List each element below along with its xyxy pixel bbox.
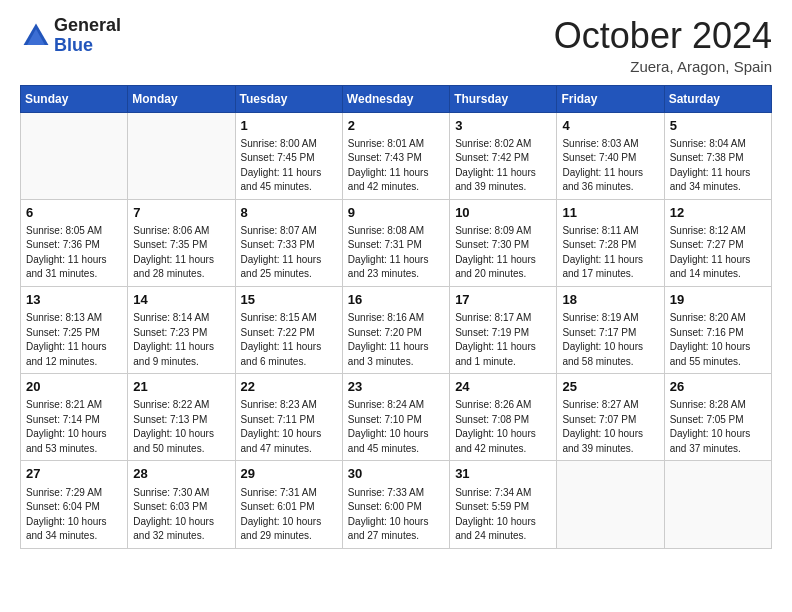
day-cell: 9Sunrise: 8:08 AMSunset: 7:31 PMDaylight… (342, 199, 449, 286)
page: General Blue October 2024 Zuera, Aragon,… (0, 0, 792, 612)
header-wednesday: Wednesday (342, 85, 449, 112)
day-info: Sunrise: 8:09 AMSunset: 7:30 PMDaylight:… (455, 224, 551, 282)
week-row-3: 13Sunrise: 8:13 AMSunset: 7:25 PMDayligh… (21, 286, 772, 373)
day-cell: 3Sunrise: 8:02 AMSunset: 7:42 PMDaylight… (450, 112, 557, 199)
day-cell: 29Sunrise: 7:31 AMSunset: 6:01 PMDayligh… (235, 461, 342, 548)
day-number: 1 (241, 117, 337, 135)
day-cell: 1Sunrise: 8:00 AMSunset: 7:45 PMDaylight… (235, 112, 342, 199)
day-cell: 14Sunrise: 8:14 AMSunset: 7:23 PMDayligh… (128, 286, 235, 373)
day-cell: 26Sunrise: 8:28 AMSunset: 7:05 PMDayligh… (664, 374, 771, 461)
day-cell (128, 112, 235, 199)
logo-text: General Blue (54, 16, 121, 56)
day-info: Sunrise: 8:07 AMSunset: 7:33 PMDaylight:… (241, 224, 337, 282)
day-info: Sunrise: 8:15 AMSunset: 7:22 PMDaylight:… (241, 311, 337, 369)
day-cell: 16Sunrise: 8:16 AMSunset: 7:20 PMDayligh… (342, 286, 449, 373)
day-number: 22 (241, 378, 337, 396)
day-info: Sunrise: 8:03 AMSunset: 7:40 PMDaylight:… (562, 137, 658, 195)
day-info: Sunrise: 7:30 AMSunset: 6:03 PMDaylight:… (133, 486, 229, 544)
day-number: 20 (26, 378, 122, 396)
day-cell: 22Sunrise: 8:23 AMSunset: 7:11 PMDayligh… (235, 374, 342, 461)
day-info: Sunrise: 8:05 AMSunset: 7:36 PMDaylight:… (26, 224, 122, 282)
day-info: Sunrise: 8:01 AMSunset: 7:43 PMDaylight:… (348, 137, 444, 195)
day-cell: 12Sunrise: 8:12 AMSunset: 7:27 PMDayligh… (664, 199, 771, 286)
day-cell: 6Sunrise: 8:05 AMSunset: 7:36 PMDaylight… (21, 199, 128, 286)
header-thursday: Thursday (450, 85, 557, 112)
day-cell: 21Sunrise: 8:22 AMSunset: 7:13 PMDayligh… (128, 374, 235, 461)
header-tuesday: Tuesday (235, 85, 342, 112)
day-number: 10 (455, 204, 551, 222)
day-info: Sunrise: 8:14 AMSunset: 7:23 PMDaylight:… (133, 311, 229, 369)
day-number: 23 (348, 378, 444, 396)
header-sunday: Sunday (21, 85, 128, 112)
day-info: Sunrise: 8:19 AMSunset: 7:17 PMDaylight:… (562, 311, 658, 369)
day-number: 27 (26, 465, 122, 483)
day-cell (557, 461, 664, 548)
day-info: Sunrise: 8:13 AMSunset: 7:25 PMDaylight:… (26, 311, 122, 369)
day-number: 31 (455, 465, 551, 483)
header-friday: Friday (557, 85, 664, 112)
logo-blue-text: Blue (54, 36, 121, 56)
day-number: 3 (455, 117, 551, 135)
day-cell: 20Sunrise: 8:21 AMSunset: 7:14 PMDayligh… (21, 374, 128, 461)
day-info: Sunrise: 8:11 AMSunset: 7:28 PMDaylight:… (562, 224, 658, 282)
day-cell: 11Sunrise: 8:11 AMSunset: 7:28 PMDayligh… (557, 199, 664, 286)
day-cell: 19Sunrise: 8:20 AMSunset: 7:16 PMDayligh… (664, 286, 771, 373)
day-number: 2 (348, 117, 444, 135)
day-cell: 15Sunrise: 8:15 AMSunset: 7:22 PMDayligh… (235, 286, 342, 373)
day-cell: 10Sunrise: 8:09 AMSunset: 7:30 PMDayligh… (450, 199, 557, 286)
week-row-2: 6Sunrise: 8:05 AMSunset: 7:36 PMDaylight… (21, 199, 772, 286)
day-cell (21, 112, 128, 199)
day-info: Sunrise: 8:21 AMSunset: 7:14 PMDaylight:… (26, 398, 122, 456)
day-number: 12 (670, 204, 766, 222)
day-info: Sunrise: 8:04 AMSunset: 7:38 PMDaylight:… (670, 137, 766, 195)
day-cell: 30Sunrise: 7:33 AMSunset: 6:00 PMDayligh… (342, 461, 449, 548)
day-info: Sunrise: 7:31 AMSunset: 6:01 PMDaylight:… (241, 486, 337, 544)
day-cell: 28Sunrise: 7:30 AMSunset: 6:03 PMDayligh… (128, 461, 235, 548)
week-row-4: 20Sunrise: 8:21 AMSunset: 7:14 PMDayligh… (21, 374, 772, 461)
day-number: 26 (670, 378, 766, 396)
day-number: 30 (348, 465, 444, 483)
day-cell: 27Sunrise: 7:29 AMSunset: 6:04 PMDayligh… (21, 461, 128, 548)
day-cell (664, 461, 771, 548)
calendar-title: October 2024 (554, 16, 772, 56)
day-number: 7 (133, 204, 229, 222)
day-cell: 18Sunrise: 8:19 AMSunset: 7:17 PMDayligh… (557, 286, 664, 373)
day-cell: 2Sunrise: 8:01 AMSunset: 7:43 PMDaylight… (342, 112, 449, 199)
day-cell: 31Sunrise: 7:34 AMSunset: 5:59 PMDayligh… (450, 461, 557, 548)
day-number: 19 (670, 291, 766, 309)
day-info: Sunrise: 8:26 AMSunset: 7:08 PMDaylight:… (455, 398, 551, 456)
day-cell: 25Sunrise: 8:27 AMSunset: 7:07 PMDayligh… (557, 374, 664, 461)
header: General Blue October 2024 Zuera, Aragon,… (20, 16, 772, 75)
day-number: 15 (241, 291, 337, 309)
day-number: 14 (133, 291, 229, 309)
day-cell: 17Sunrise: 8:17 AMSunset: 7:19 PMDayligh… (450, 286, 557, 373)
day-number: 11 (562, 204, 658, 222)
day-number: 16 (348, 291, 444, 309)
day-info: Sunrise: 8:27 AMSunset: 7:07 PMDaylight:… (562, 398, 658, 456)
day-info: Sunrise: 8:00 AMSunset: 7:45 PMDaylight:… (241, 137, 337, 195)
header-saturday: Saturday (664, 85, 771, 112)
day-info: Sunrise: 7:34 AMSunset: 5:59 PMDaylight:… (455, 486, 551, 544)
day-number: 9 (348, 204, 444, 222)
day-info: Sunrise: 7:33 AMSunset: 6:00 PMDaylight:… (348, 486, 444, 544)
day-number: 13 (26, 291, 122, 309)
day-number: 8 (241, 204, 337, 222)
day-cell: 24Sunrise: 8:26 AMSunset: 7:08 PMDayligh… (450, 374, 557, 461)
day-info: Sunrise: 8:06 AMSunset: 7:35 PMDaylight:… (133, 224, 229, 282)
day-cell: 7Sunrise: 8:06 AMSunset: 7:35 PMDaylight… (128, 199, 235, 286)
day-cell: 5Sunrise: 8:04 AMSunset: 7:38 PMDaylight… (664, 112, 771, 199)
header-row: SundayMondayTuesdayWednesdayThursdayFrid… (21, 85, 772, 112)
day-info: Sunrise: 8:08 AMSunset: 7:31 PMDaylight:… (348, 224, 444, 282)
day-info: Sunrise: 8:22 AMSunset: 7:13 PMDaylight:… (133, 398, 229, 456)
day-info: Sunrise: 8:20 AMSunset: 7:16 PMDaylight:… (670, 311, 766, 369)
logo-icon (20, 20, 52, 52)
day-info: Sunrise: 8:28 AMSunset: 7:05 PMDaylight:… (670, 398, 766, 456)
calendar-location: Zuera, Aragon, Spain (554, 58, 772, 75)
day-info: Sunrise: 8:12 AMSunset: 7:27 PMDaylight:… (670, 224, 766, 282)
day-cell: 8Sunrise: 8:07 AMSunset: 7:33 PMDaylight… (235, 199, 342, 286)
day-info: Sunrise: 8:16 AMSunset: 7:20 PMDaylight:… (348, 311, 444, 369)
day-number: 29 (241, 465, 337, 483)
day-number: 18 (562, 291, 658, 309)
header-monday: Monday (128, 85, 235, 112)
title-block: October 2024 Zuera, Aragon, Spain (554, 16, 772, 75)
